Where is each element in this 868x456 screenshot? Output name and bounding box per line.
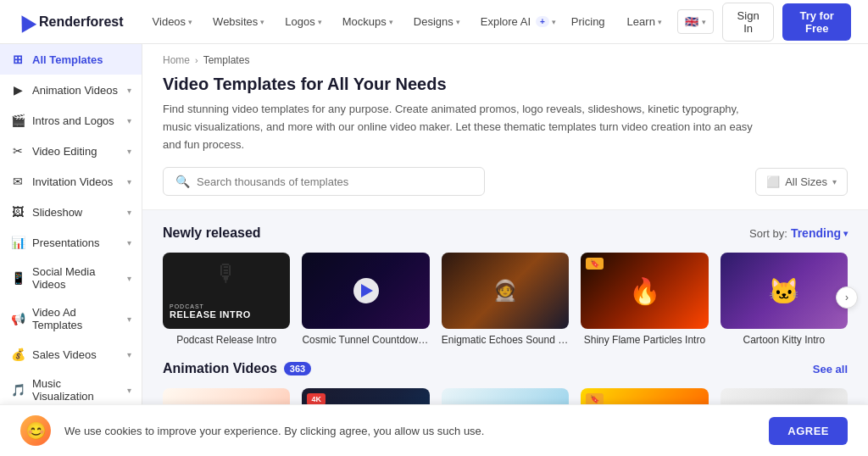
chevron-down-icon: ▾ [552,18,556,26]
main-layout: ⊞ All Templates ▶ Animation Videos ▾ 🎬 I… [0,44,868,456]
sidebar-item-animation-videos[interactable]: ▶ Animation Videos ▾ [0,75,142,105]
pricing-link[interactable]: Pricing [565,10,612,33]
sidebar-item-sales-videos[interactable]: 💰 Sales Videos ▾ [0,339,142,370]
cookie-text: We use cookies to improve your experienc… [64,425,755,437]
header-right: Pricing Learn ▾ 🇬🇧 ▾ Sign In Try for Fre… [565,3,851,42]
nav-logos[interactable]: Logos ▾ [276,10,330,33]
play-button [353,278,379,303]
card-thumbnail: 🧑‍🚀 [442,253,569,329]
chevron-down-icon: ▾ [389,18,393,26]
search-area: 🔍 ⬜ All Sizes ▾ [142,153,868,210]
chevron-down-icon: ▾ [702,18,706,26]
play-icon [361,284,373,298]
breadcrumb-area: Home › Templates Video Templates for All… [142,44,868,153]
sidebar-item-intros-logos[interactable]: 🎬 Intros and Logos ▾ [0,105,142,136]
chevron-down-icon: ▾ [127,314,131,324]
breadcrumb-home[interactable]: Home [163,54,190,66]
chevron-down-icon: ▾ [127,177,131,186]
status-badge: 🔖 [586,258,604,270]
list-item[interactable]: Cosmic Tunnel Countdown Intro [302,253,429,346]
breadcrumb-current: Templates [203,54,250,66]
chevron-down-icon: ▾ [188,18,192,26]
language-selector[interactable]: 🇬🇧 ▾ [677,9,714,34]
film-icon: 🎬 [10,113,25,128]
sidebar-item-presentations[interactable]: 📊 Presentations ▾ [0,227,142,258]
animation-videos-header: Animation Videos 363 See all [163,361,848,376]
animation-videos-title: Animation Videos [163,361,277,376]
logo[interactable]: Renderforest [17,14,124,30]
chevron-down-icon: ▾ [127,274,131,283]
sidebar: ⊞ All Templates ▶ Animation Videos ▾ 🎬 I… [0,44,142,456]
astronaut-icon: 🧑‍🚀 [492,279,518,303]
sort-dropdown[interactable]: Trending ▾ [791,226,848,240]
chevron-down-icon: ▾ [318,18,322,26]
content-area: Home › Templates Video Templates for All… [142,44,868,456]
newly-released-header: Newly released Sort by: Trending ▾ [163,225,848,241]
newly-released-cards: 🎙 PODCAST RELEASE INTRO Podcast Release … [163,253,848,346]
chevron-down-icon: ▾ [127,147,131,156]
search-icon: 🔍 [175,175,190,188]
newly-released-cards-container: 🎙 PODCAST RELEASE INTRO Podcast Release … [163,253,848,346]
list-item[interactable]: 🎙 PODCAST RELEASE INTRO Podcast Release … [163,253,290,346]
sidebar-item-video-ad-templates[interactable]: 📢 Video Ad Templates ▾ [0,298,142,339]
logo-text: Renderforest [39,14,124,30]
signin-button[interactable]: Sign In [722,3,775,42]
music-icon: 🎵 [10,382,25,398]
list-item[interactable]: 🧑‍🚀 Enigmatic Echoes Sound Visua... [442,253,569,346]
chevron-down-icon: ▾ [127,86,131,95]
chevron-down-icon: ▾ [127,350,131,359]
try-free-button[interactable]: Try for Free [782,3,851,41]
nav-videos[interactable]: Videos ▾ [144,10,202,33]
play-icon: ▶ [10,82,25,97]
flame-icon: 🔥 [629,276,660,306]
card-thumbnail: 🔖 🔥 [581,253,708,329]
nav-mockups[interactable]: Mockups ▾ [334,10,402,33]
chevron-down-icon: ▾ [127,238,131,247]
list-item[interactable]: 🐱 Cartoon Kitty Intro [721,253,848,346]
size-icon: ⬜ [766,175,780,188]
cat-icon: 🐱 [768,276,799,306]
chevron-down-icon: ▾ [456,18,460,26]
next-arrow-button[interactable]: › [836,286,858,309]
slideshow-icon: 🖼 [10,204,25,220]
sort-label: Sort by: [749,227,787,240]
nav-explore-ai[interactable]: Explore AI + ▾ [472,10,565,33]
list-item[interactable]: 🔖 🔥 Shiny Flame Particles Intro [581,253,708,346]
newly-released-title: Newly released [163,225,261,241]
breadcrumb-sep: › [195,55,198,65]
nav-websites[interactable]: Websites ▾ [204,10,273,33]
sidebar-item-social-media-videos[interactable]: 📱 Social Media Videos ▾ [0,258,142,298]
chevron-down-icon: ▾ [832,177,837,186]
grid-icon: ⊞ [10,52,25,67]
animation-videos-badge: 363 [284,362,311,375]
chevron-down-icon: ▾ [260,18,264,26]
card-thumbnail: 🎙 PODCAST RELEASE INTRO [163,253,290,329]
agree-button[interactable]: AGREE [769,417,848,445]
learn-button[interactable]: Learn ▾ [620,10,669,33]
header: Renderforest Videos ▾ Websites ▾ Logos ▾… [0,0,868,44]
logo-icon [14,11,36,33]
page-title: Video Templates for All Your Needs [163,75,848,94]
mobile-icon: 📱 [10,270,25,286]
chevron-down-icon: ▾ [127,116,131,125]
money-icon: 💰 [10,347,25,362]
size-dropdown[interactable]: ⬜ All Sizes ▾ [755,168,848,196]
cookie-avatar: 😊 [20,415,51,446]
envelope-icon: ✉ [10,174,25,189]
sidebar-item-video-editing[interactable]: ✂ Video Editing ▾ [0,136,142,166]
breadcrumb: Home › Templates [163,54,848,66]
search-input[interactable] [197,175,472,188]
sidebar-item-slideshow[interactable]: 🖼 Slideshow ▾ [0,197,142,227]
search-box: 🔍 [163,167,485,196]
chevron-down-icon: ▾ [658,18,662,26]
chevron-down-icon: ▾ [127,386,131,395]
chevron-down-icon: ▾ [843,229,848,238]
nav-bar: Videos ▾ Websites ▾ Logos ▾ Mockups ▾ De… [144,10,565,33]
flag-icon: 🇬🇧 [685,15,698,28]
chart-icon: 📊 [10,235,25,250]
sidebar-item-invitation-videos[interactable]: ✉ Invitation Videos ▾ [0,166,142,197]
page-description: Find stunning video templates for any pu… [163,101,756,153]
see-all-button[interactable]: See all [813,363,848,375]
sidebar-item-all-templates[interactable]: ⊞ All Templates [0,44,142,75]
nav-designs[interactable]: Designs ▾ [405,10,469,33]
